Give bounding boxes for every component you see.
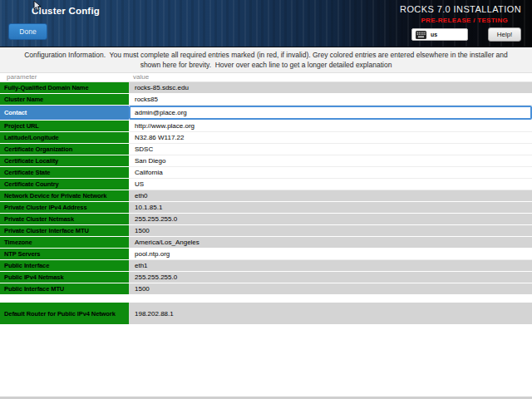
installer-window: Cluster Config Done ROCKS 7.0 INSTALLATI… <box>0 0 532 399</box>
contact-input[interactable] <box>129 106 532 120</box>
installer-header: Cluster Config Done ROCKS 7.0 INSTALLATI… <box>0 0 532 47</box>
value-cell: SDSC <box>129 144 532 155</box>
col-header-value: value <box>133 73 149 81</box>
param-label: Certificate Locality <box>0 155 129 166</box>
param-label: Cluster Name <box>0 94 129 105</box>
param-label: Network Device for Private Network <box>0 190 129 201</box>
config-row[interactable]: Public Interfaceeth1 <box>0 260 532 271</box>
config-row[interactable]: Certificate StateCalifornia <box>0 167 532 178</box>
keyboard-icon <box>416 31 426 39</box>
prerelease-label: PRE-RELEASE / TESTING <box>400 17 508 24</box>
config-row[interactable]: Fully-Qualified Domain Namerocks-85.sdsc… <box>0 82 532 93</box>
config-row[interactable]: Default Router for Public IPv4 Network19… <box>0 303 532 324</box>
param-label: Default Router for Public IPv4 Network <box>0 303 129 324</box>
param-label: Private Cluster Netmask <box>0 214 129 224</box>
mouse-cursor <box>32 0 42 12</box>
help-button[interactable]: Help! <box>488 27 521 42</box>
param-label: Public Interface <box>0 260 129 271</box>
param-label: NTP Servers <box>0 249 129 259</box>
product-title: ROCKS 7.0 INSTALLATION <box>400 4 521 14</box>
param-label: Certificate Country <box>0 179 129 190</box>
config-row[interactable]: Project URLhttp://www.place.org <box>0 121 532 131</box>
value-cell: 10.1.85.1 <box>129 202 532 213</box>
param-label: Public Interface MTU <box>0 283 129 294</box>
config-row[interactable]: Certificate OrganizationSDSC <box>0 144 532 155</box>
param-label: Certificate Organization <box>0 144 129 155</box>
config-row[interactable]: Private Cluster IPv4 Address10.1.85.1 <box>0 202 532 213</box>
value-cell: N32.86 W117.22 <box>129 132 532 143</box>
config-row[interactable]: Private Cluster Netmask255.255.255.0 <box>0 214 532 224</box>
col-header-parameter: parameter <box>7 73 37 81</box>
config-row[interactable]: NTP Serverspool.ntp.org <box>0 249 532 259</box>
config-row[interactable]: Certificate CountryUS <box>0 179 532 190</box>
config-row[interactable]: TimezoneAmerica/Los_Angeles <box>0 237 532 248</box>
param-label: Timezone <box>0 237 129 248</box>
config-row[interactable]: Public Interface MTU1500 <box>0 283 532 294</box>
value-cell: 1500 <box>129 225 532 236</box>
value-cell: eth0 <box>129 190 532 201</box>
value-cell: eth1 <box>129 260 532 271</box>
value-cell: 255.255.255.0 <box>129 214 532 224</box>
param-label: Certificate State <box>0 167 129 178</box>
param-label: Fully-Qualified Domain Name <box>0 82 129 93</box>
param-label: Project URL <box>0 121 129 131</box>
config-row[interactable]: Private Cluster Interface MTU1500 <box>0 225 532 236</box>
info-banner: Configuration Information. You must comp… <box>0 47 532 73</box>
value-cell: 255.255.255.0 <box>129 272 532 283</box>
param-label: Private Cluster Interface MTU <box>0 225 129 236</box>
config-row[interactable]: Contact <box>0 106 532 120</box>
value-cell-input-wrap <box>129 106 532 120</box>
value-cell: 1500 <box>129 283 532 294</box>
value-cell: rocks-85.sdsc.edu <box>129 82 532 93</box>
param-label: Public IPv4 Netmask <box>0 272 129 283</box>
config-row[interactable]: Latitude/LongitudeN32.86 W117.22 <box>0 132 532 143</box>
info-banner-text: Configuration Information. You must comp… <box>17 50 515 71</box>
config-row[interactable]: Certificate LocalitySan Diego <box>0 155 532 166</box>
keyboard-layout-indicator[interactable]: us <box>411 28 468 41</box>
config-row[interactable]: Cluster Namerocks85 <box>0 94 532 105</box>
header-right: ROCKS 7.0 INSTALLATION PRE-RELEASE / TES… <box>400 4 521 42</box>
param-label: Latitude/Longitude <box>0 132 129 143</box>
value-cell: America/Los_Angeles <box>129 237 532 248</box>
config-row[interactable]: Network Device for Private Networketh0 <box>0 190 532 201</box>
value-cell: pool.ntp.org <box>129 249 532 259</box>
value-cell: rocks85 <box>129 94 532 105</box>
keyboard-layout-label: us <box>431 32 437 37</box>
table-column-headers: parameter value <box>0 73 532 82</box>
done-button[interactable]: Done <box>8 23 47 40</box>
value-cell: http://www.place.org <box>129 121 532 131</box>
param-label: Private Cluster IPv4 Address <box>0 202 129 213</box>
value-cell: California <box>129 167 532 178</box>
config-table: Fully-Qualified Domain Namerocks-85.sdsc… <box>0 82 532 324</box>
param-label: Contact <box>0 106 129 120</box>
config-row[interactable]: Public IPv4 Netmask255.255.255.0 <box>0 272 532 283</box>
value-cell: US <box>129 179 532 190</box>
value-cell: 198.202.88.1 <box>129 303 532 324</box>
value-cell: San Diego <box>129 155 532 166</box>
